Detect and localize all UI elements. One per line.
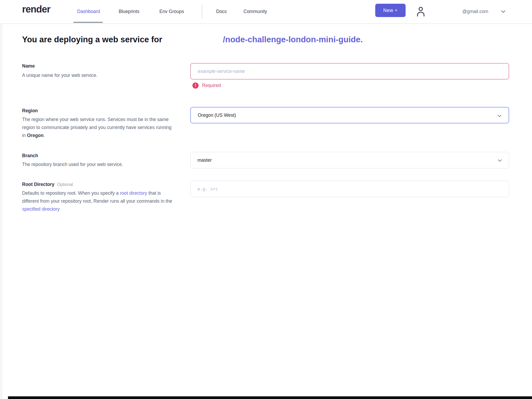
nav-divider	[202, 5, 202, 19]
chevron-down-icon	[497, 157, 503, 165]
account-email: @gmail.com	[462, 9, 488, 14]
root-directory-field-label: Root DirectoryOptional	[22, 182, 182, 187]
new-button-label: New +	[383, 8, 398, 13]
render-logo[interactable]: render	[22, 4, 50, 15]
page-title-text: You are deploying a web service for	[22, 35, 162, 44]
nav-item-label: Blueprints	[119, 9, 139, 14]
top-navigation-bar: render Dashboard Blueprints Env Groups D…	[0, 0, 532, 24]
nav-item-env-groups[interactable]: Env Groups	[159, 0, 184, 23]
branch-select-value: master	[197, 157, 212, 163]
repo-name-link[interactable]: /node-challenge-london-mini-guide.	[223, 35, 363, 44]
branch-select[interactable]: master	[190, 152, 509, 168]
region-field-description: The region where your web service runs. …	[22, 115, 176, 139]
nav-item-blueprints[interactable]: Blueprints	[119, 0, 139, 23]
nav-item-community[interactable]: Community	[244, 0, 267, 23]
branch-field-label: Branch	[22, 153, 182, 159]
account-menu[interactable]: @gmail.com	[462, 0, 488, 23]
nav-item-docs[interactable]: Docs	[216, 0, 227, 23]
optional-tag: Optional	[57, 182, 73, 187]
page-title: You are deploying a web service for/node…	[22, 34, 363, 45]
name-input[interactable]	[190, 63, 509, 80]
new-button[interactable]: New +	[375, 4, 406, 17]
error-text: Required	[202, 83, 221, 88]
nav-item-dashboard[interactable]: Dashboard	[77, 0, 100, 23]
region-field-label: Region	[22, 108, 182, 114]
deploy-web-service-page: render Dashboard Blueprints Env Groups D…	[0, 0, 532, 399]
region-select-value: Oregon (US West)	[198, 113, 236, 118]
nav-item-label: Env Groups	[159, 9, 184, 14]
name-field-error: ! Required	[192, 82, 221, 89]
region-description-period: .	[44, 133, 45, 138]
root-directory-input[interactable]	[190, 181, 509, 197]
chevron-down-icon	[496, 113, 503, 120]
region-select[interactable]: Oregon (US West)	[190, 107, 509, 123]
root-directory-description-text: Defaults to repository root. When you sp…	[22, 190, 120, 196]
active-tab-underline	[73, 22, 103, 23]
root-directory-field-description: Defaults to repository root. When you sp…	[22, 189, 176, 213]
nav-item-label: Community	[244, 9, 267, 14]
root-directory-label-text: Root Directory	[22, 182, 55, 187]
name-field-label: Name	[22, 63, 182, 69]
branch-field-description: The repository branch used for your web …	[22, 160, 176, 168]
bottom-edge-bar	[8, 396, 532, 399]
name-field-description: A unique name for your web service.	[22, 71, 176, 79]
root-directory-doc-link[interactable]: root directory	[120, 190, 147, 196]
nav-item-label: Dashboard	[77, 9, 100, 14]
chevron-down-icon[interactable]	[500, 8, 507, 16]
exclamation-circle-icon: !	[192, 82, 199, 89]
user-icon[interactable]	[415, 5, 427, 18]
specified-directory-doc-link[interactable]: specified directory	[22, 206, 60, 212]
nav-item-label: Docs	[216, 9, 227, 14]
region-description-bold: Oregon	[27, 133, 43, 138]
page-left-gutter	[0, 24, 2, 399]
